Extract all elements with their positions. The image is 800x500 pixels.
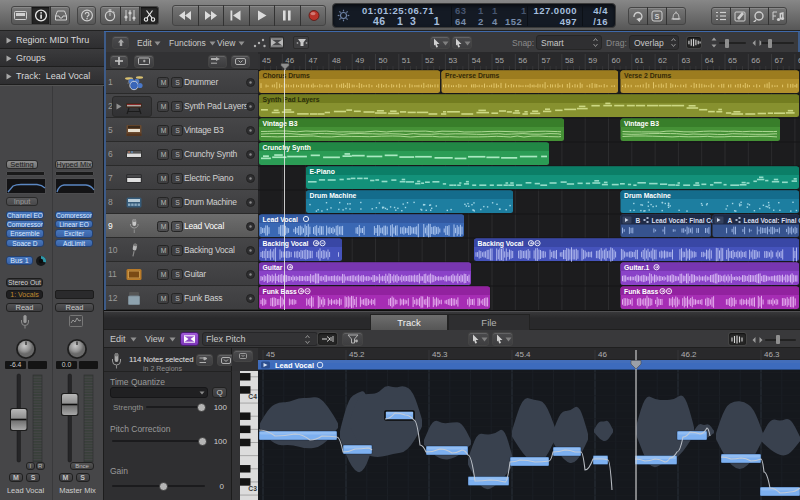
svg-text:Guitar.1: Guitar.1 [624,264,650,271]
svg-text:46: 46 [598,350,607,359]
svg-text:47: 47 [309,56,318,65]
svg-text:45.4: 45.4 [515,350,531,359]
svg-text:Funk Bass: Funk Bass [263,288,298,295]
svg-text:48: 48 [332,56,341,65]
svg-text:Lead Vocal: Lead Vocal [275,361,314,370]
svg-text:S: S [654,12,659,21]
svg-text:61: 61 [635,56,644,65]
svg-text:Lead Vocal: Final C: Lead Vocal: Final C [744,217,800,224]
svg-text:45.2: 45.2 [349,350,365,359]
svg-text:56: 56 [518,56,527,65]
svg-text:46.2: 46.2 [681,350,697,359]
svg-text:Crunchy Synth: Crunchy Synth [263,144,311,152]
svg-text:Vintage B3: Vintage B3 [263,120,298,128]
svg-text:Funk Bass: Funk Bass [624,288,659,295]
svg-text:Backing Vocal: Backing Vocal [478,240,524,248]
svg-text:E-Piano: E-Piano [310,168,335,175]
svg-text:53: 53 [448,56,457,65]
svg-text:Verse 2 Drums: Verse 2 Drums [624,72,671,79]
svg-text:52: 52 [425,56,434,65]
svg-text:C4: C4 [248,393,257,400]
svg-text:Guitar: Guitar [263,264,283,271]
svg-text:45: 45 [266,350,275,359]
svg-text:Chorus Drums: Chorus Drums [263,72,310,79]
svg-text:Drum Machine: Drum Machine [310,192,357,199]
svg-text:C3: C3 [248,485,257,492]
svg-text:55: 55 [495,56,504,65]
svg-text:50: 50 [379,56,388,65]
svg-text:Synth Pad Layers: Synth Pad Layers [263,96,320,104]
svg-text:45: 45 [262,56,271,65]
svg-text:Backing Vocal: Backing Vocal [263,240,309,248]
svg-text:63: 63 [681,56,690,65]
svg-text:Pre-verse Drums: Pre-verse Drums [445,72,500,79]
svg-text:65: 65 [728,56,737,65]
svg-text:49: 49 [355,56,364,65]
svg-text:Lead Vocal: Lead Vocal [263,216,298,223]
svg-text:57: 57 [542,56,551,65]
svg-text:58: 58 [565,56,574,65]
svg-text:51: 51 [402,56,411,65]
svg-text:60: 60 [612,56,621,65]
svg-text:64: 64 [705,56,714,65]
svg-text:Lead Vocal: Final Co: Lead Vocal: Final Co [652,217,715,224]
svg-text:66: 66 [751,56,760,65]
svg-text:A: A [728,217,733,224]
svg-text:45.3: 45.3 [432,350,448,359]
svg-text:Drum Machine: Drum Machine [624,192,671,199]
svg-text:59: 59 [588,56,597,65]
svg-text:46.3: 46.3 [764,350,780,359]
svg-text:67: 67 [775,56,784,65]
svg-text:B: B [636,217,641,224]
svg-text:62: 62 [658,56,667,65]
svg-text:Vintage B3: Vintage B3 [624,120,659,128]
svg-text:54: 54 [472,56,481,65]
